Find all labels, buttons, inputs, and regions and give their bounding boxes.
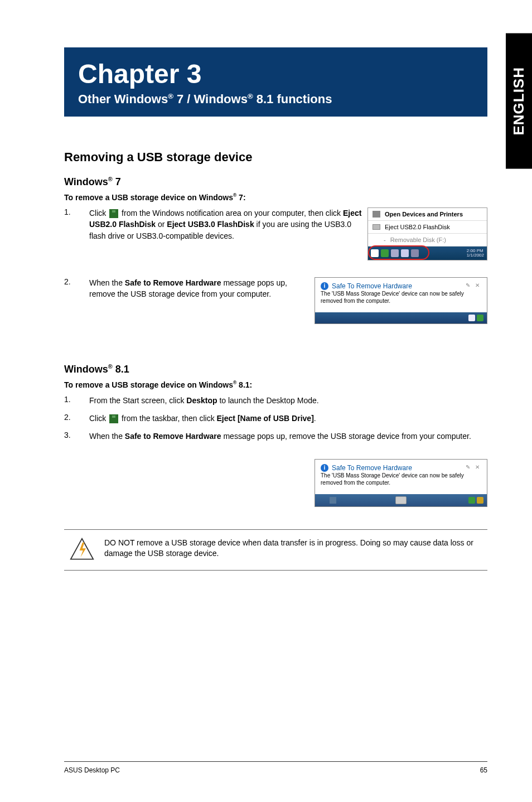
win81-step-1: 1. From the Start screen, click Desktop … xyxy=(64,395,487,406)
usb-tray-icon[interactable] xyxy=(381,249,389,257)
text: Click xyxy=(89,209,108,218)
balloon-body: The 'USB Mass Storage Device' device can… xyxy=(321,472,481,490)
bold-text: Eject USB3.0 FlashDisk xyxy=(167,220,254,229)
chapter-subtitle: Other Windows® 7 / Windows® 8.1 function… xyxy=(78,92,473,107)
warning-box: DO NOT remove a USB storage device when … xyxy=(64,529,487,571)
chapter-title: Chapter 3 xyxy=(78,59,473,89)
keyboard-icon[interactable] xyxy=(395,496,407,504)
balloon-taskbar xyxy=(315,312,487,323)
menu-label: Removable Disk (F:) xyxy=(390,236,446,243)
eject-popup-menu: Open Devices and Printers Eject USB2.0 F… xyxy=(367,207,487,260)
win81-intro: To remove a USB storage device on Window… xyxy=(64,380,487,389)
balloon-taskbar xyxy=(315,494,487,506)
step-text: Click from the Windows notification area… xyxy=(89,207,362,241)
taskbar-icon xyxy=(330,497,336,504)
volume-icon[interactable] xyxy=(391,249,399,257)
safe-remove-balloon-81: ✎ ✕ i Safe To Remove Hardware The 'USB M… xyxy=(315,459,487,507)
warning-text: DO NOT remove a USB storage device when … xyxy=(104,538,487,559)
flag-icon[interactable] xyxy=(401,249,409,257)
tray-time: 2:00 PM1/1/2002 xyxy=(467,249,484,258)
section-title: Removing a USB storage device xyxy=(64,150,487,165)
intro-text: 7: xyxy=(236,193,245,202)
step-text: Click from the taskbar, then click Eject… xyxy=(89,413,487,424)
subtitle-text: Other Windows xyxy=(78,92,168,106)
printer-icon xyxy=(373,211,380,218)
win81-step-2: 2. Click from the taskbar, then click Ej… xyxy=(64,413,487,424)
safe-remove-balloon: ✎ ✕ i Safe To Remove Hardware The 'USB M… xyxy=(315,277,487,324)
tray-arrow-icon xyxy=(371,249,379,257)
intro-text: To remove a USB storage device on Window… xyxy=(64,193,233,202)
win7-heading: Windows® 7 xyxy=(64,176,487,188)
step-text: When the Safe to Remove Hardware message… xyxy=(89,277,309,300)
heading-text: 8.1 xyxy=(113,364,129,375)
balloon-title: i Safe To Remove Hardware xyxy=(321,282,466,290)
bold-text: Eject [Name of USB Drive] xyxy=(217,414,314,423)
win7-step-1: 1. Click from the Windows notification a… xyxy=(64,207,362,241)
tray-icon[interactable] xyxy=(477,497,483,504)
win7-step-2: 2. When the Safe to Remove Hardware mess… xyxy=(64,277,309,300)
text: . xyxy=(314,414,316,423)
reg-mark: ® xyxy=(108,363,113,370)
bold-text: Safe to Remove Hardware xyxy=(125,278,221,287)
disk-icon xyxy=(373,224,380,230)
menu-label: Eject USB2.0 FlashDisk xyxy=(385,224,450,230)
taskbar: 2:00 PM1/1/2002 xyxy=(368,247,487,260)
balloon-close-icon[interactable]: ✎ ✕ xyxy=(466,464,481,470)
step-text: When the Safe to Remove Hardware message… xyxy=(89,431,487,442)
win81-heading: Windows® 8.1 xyxy=(64,363,487,375)
step-number: 2. xyxy=(64,413,89,422)
bold-text: Desktop xyxy=(186,396,217,405)
heading-text: 7 xyxy=(113,176,121,187)
menu-open-devices[interactable]: Open Devices and Printers xyxy=(368,208,487,221)
step-number: 2. xyxy=(64,277,89,286)
warning-lightning-icon xyxy=(70,538,94,562)
text: When the xyxy=(89,432,125,441)
balloon-close-icon[interactable]: ✎ ✕ xyxy=(466,282,481,288)
reg-mark: ® xyxy=(108,176,113,182)
footer-page-number: 65 xyxy=(480,766,487,774)
usb-tray-icon xyxy=(109,414,118,423)
text: from the Windows notification area on yo… xyxy=(119,209,343,218)
step-number: 1. xyxy=(64,395,89,404)
balloon-body: The 'USB Mass Storage Device' device can… xyxy=(321,290,481,308)
balloon-title: i Safe To Remove Hardware xyxy=(321,464,466,472)
step-number: 3. xyxy=(64,431,89,439)
menu-label: Open Devices and Printers xyxy=(385,211,463,218)
text: message pops up, remove the USB storage … xyxy=(221,432,471,441)
menu-eject-flashdisk[interactable]: Eject USB2.0 FlashDisk xyxy=(368,221,487,234)
reg-mark: ® xyxy=(248,92,253,100)
intro-text: To remove a USB storage device on Window… xyxy=(64,380,233,389)
chapter-header: Chapter 3 Other Windows® 7 / Windows® 8.… xyxy=(64,47,487,117)
step-text: From the Start screen, click Desktop to … xyxy=(89,395,487,406)
title-text: Safe To Remove Hardware xyxy=(332,282,412,290)
step-number: 1. xyxy=(64,207,89,216)
subtitle-text: 8.1 functions xyxy=(253,92,332,106)
text: or xyxy=(156,220,167,229)
text: to launch the Desktop Mode. xyxy=(217,396,319,405)
info-icon: i xyxy=(321,282,328,290)
subtitle-text: 7 / Windows xyxy=(173,92,248,106)
win7-intro: To remove a USB storage device on Window… xyxy=(64,192,487,202)
text: Click xyxy=(89,414,108,423)
heading-text: Windows xyxy=(64,364,108,375)
win81-step-3: 3. When the Safe to Remove Hardware mess… xyxy=(64,431,487,442)
network-icon[interactable] xyxy=(411,249,419,257)
info-icon: i xyxy=(321,464,328,472)
reg-mark: ® xyxy=(168,92,173,100)
tray-arrow-icon xyxy=(468,315,475,321)
intro-text: 8.1: xyxy=(236,380,252,389)
usb-tray-icon xyxy=(109,209,118,218)
bold-text: Safe to Remove Hardware xyxy=(125,432,221,441)
text: From the Start screen, click xyxy=(89,396,186,405)
heading-text: Windows xyxy=(64,176,108,187)
usb-tray-icon[interactable] xyxy=(468,497,475,504)
text: from the taskbar, then click xyxy=(119,414,216,423)
usb-tray-icon[interactable] xyxy=(477,315,483,321)
page-footer: ASUS Desktop PC 65 xyxy=(64,761,487,774)
footer-product: ASUS Desktop PC xyxy=(64,766,120,774)
menu-removable-disk: - Removable Disk (F:) xyxy=(368,234,487,247)
text: When the xyxy=(89,278,125,287)
title-text: Safe To Remove Hardware xyxy=(332,464,412,472)
